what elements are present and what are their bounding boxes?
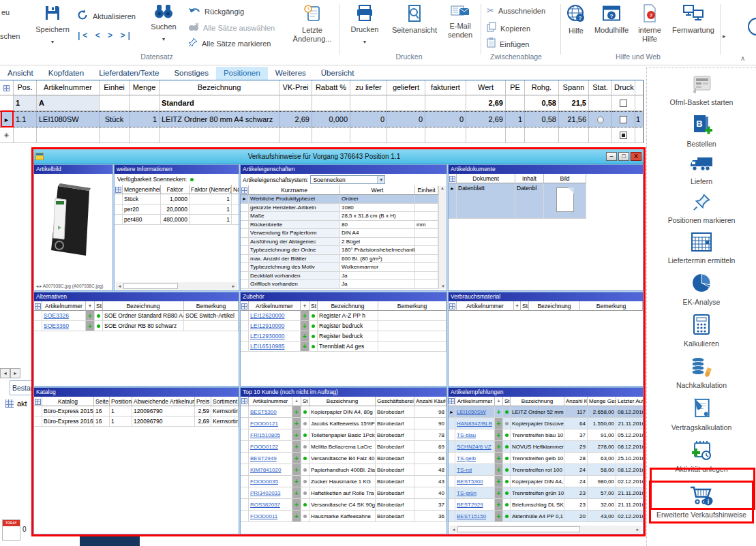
article-link[interactable]: BEST5300 xyxy=(250,409,277,415)
add-icon[interactable] xyxy=(292,453,301,464)
system-select[interactable]: Soennecken▾ xyxy=(310,175,385,184)
add-icon[interactable] xyxy=(495,441,503,453)
top10-row[interactable]: FRI1510805 Toilettenpapier Basic 1Pck Bü… xyxy=(241,429,447,441)
zubehoer-row[interactable]: LEI16510985 Trennblatt A4 ges xyxy=(241,342,447,352)
tab[interactable]: Ansicht xyxy=(0,67,41,80)
send-email-button[interactable]: E-Mail senden xyxy=(442,4,479,39)
column-header[interactable]: Menge xyxy=(130,80,160,95)
column-header[interactable]: geliefert xyxy=(387,80,425,95)
empfehlung-row[interactable]: TS-blau Trennstreifen blau 10 37 91,00 0… xyxy=(449,429,644,441)
top10-row[interactable]: FOOD0121 Jacobs Kaffeeweiss 15%F Bürobed… xyxy=(241,418,447,429)
tab[interactable]: Weiteres xyxy=(268,67,314,80)
add-icon[interactable] xyxy=(301,331,309,342)
add-icon[interactable] xyxy=(292,499,301,511)
article-link[interactable]: TS-blau xyxy=(457,432,476,438)
copy-button[interactable]: Kopieren xyxy=(487,22,530,35)
eigenschaft-row[interactable]: Verwendung für Papierform DIN A4 xyxy=(241,229,438,238)
zubehoer-row[interactable]: LEI12910000 Register bedruck xyxy=(241,321,447,331)
internal-help-button[interactable]: ? interne Hilfe xyxy=(634,4,665,43)
article-link[interactable]: LEI12620000 xyxy=(250,312,285,319)
article-link[interactable]: TS-grün xyxy=(457,490,477,496)
add-icon[interactable] xyxy=(301,342,309,352)
alternative-row[interactable]: SOE3360 SOE Ordner RB 80 schwarz xyxy=(34,321,239,331)
akt-row[interactable]: akt xyxy=(5,399,27,408)
article-link[interactable]: PRI3402033 xyxy=(250,490,280,496)
eigenschaft-row[interactable]: max. Anzahl der Blätter 600 Bl. (80 g/m²… xyxy=(241,255,438,264)
zubehoer-row[interactable]: LEI12930000 Register bedruck xyxy=(241,331,447,342)
overflow-arrow-icon[interactable]: ▸ xyxy=(723,33,726,40)
image-caption[interactable]: ◂ ▸ A007938C.jpg (A007938C.jpg) xyxy=(36,284,103,289)
add-icon[interactable] xyxy=(86,321,95,331)
sidebar-item-liefertermin[interactable]: Liefertermin ermitteln xyxy=(648,232,755,264)
tab[interactable]: Kopfdaten xyxy=(41,67,91,80)
empfehlung-row[interactable]: BEST2929 Briefumschlag DL SK 23 32,00 21… xyxy=(449,499,644,511)
today-calendar-icon[interactable]: TODAY xyxy=(2,519,20,541)
collapse-ribbon-icon[interactable]: ∧ xyxy=(740,55,745,62)
sidebar-item-vertragskalkulation[interactable]: Vertragskalkulation xyxy=(648,397,755,431)
sidebar-item-ek-analyse[interactable]: EK-Analyse xyxy=(648,272,755,306)
sidebar-item-liefern[interactable]: Liefern xyxy=(648,155,755,185)
horizontal-scrollbar-fragment[interactable]: ◄► xyxy=(0,368,20,378)
column-header[interactable]: fakturiert xyxy=(425,80,466,95)
positions-selected-row[interactable]: 1.1 LEI1080SW Stück 1 LEITZ Ordner 80 mm… xyxy=(0,111,644,127)
article-link[interactable]: BEST2949 xyxy=(250,455,277,461)
mark-all-records-button[interactable]: Alle Sätze markieren xyxy=(188,37,271,50)
top10-row[interactable]: ROS382057 Versandtasche C4 SK 90g Bürobe… xyxy=(241,499,447,511)
empfehlung-row[interactable]: TS-gelb Trennstreifen gelb 10 28 63,00 2… xyxy=(449,453,644,464)
winfo-row[interactable]: per20 20,0000 1 0 0 xyxy=(115,204,239,215)
column-header[interactable]: zu liefer xyxy=(350,80,387,95)
sidebar-item-erweiterte-verkaufshinweise[interactable]: i Erweiterte Verkaufshinweise xyxy=(649,481,754,524)
article-link[interactable]: SOE3360 xyxy=(44,322,69,329)
bestand-tab[interactable]: Bestan xyxy=(10,380,32,395)
save-button[interactable]: Speichern xyxy=(31,4,74,46)
column-header[interactable]: Bezeichnung xyxy=(160,80,279,95)
column-header[interactable]: Pos. xyxy=(14,80,37,95)
add-icon[interactable] xyxy=(301,311,309,321)
horizontal-scrollbar[interactable]: ◄► xyxy=(450,526,641,533)
add-icon[interactable] xyxy=(292,406,301,418)
close-button[interactable]: X xyxy=(631,152,641,161)
sidebar-item-kalkulieren[interactable]: Kalkulieren xyxy=(648,314,755,348)
print-preview-button[interactable]: Seitenansicht xyxy=(387,4,442,34)
article-link[interactable]: FRI1510805 xyxy=(250,432,280,438)
article-link[interactable]: LEI12930000 xyxy=(250,333,285,339)
help-button[interactable]: ? Hilfe xyxy=(563,4,589,35)
article-link[interactable]: TS-gelb xyxy=(457,455,476,461)
dialog-titlebar[interactable]: Verkaufshinweise für Vorgang 376643 Posi… xyxy=(33,149,644,164)
top10-row[interactable]: BEST2949 Versandtasche B4 Falz 40 Bürobe… xyxy=(241,453,447,464)
add-icon[interactable] xyxy=(495,418,503,429)
article-link[interactable]: SCHN24/6 VZ xyxy=(457,444,492,450)
article-link[interactable]: ROS382057 xyxy=(250,502,280,508)
empfehlung-row[interactable]: HAN8342/BLB Kopierpapier Discove 64 1.55… xyxy=(449,418,644,429)
add-icon[interactable] xyxy=(292,476,301,487)
article-link[interactable]: FOOD0121 xyxy=(250,421,278,427)
scroll-left-icon[interactable]: ◄ xyxy=(450,528,457,532)
empfehlung-row[interactable]: BEST15150 Aktenhülle A4 PP 0,1 20 43,00 … xyxy=(449,511,644,522)
top10-row[interactable]: FOOD0011 Hausmarke Kaffeesahne Bürobedar… xyxy=(241,511,447,522)
add-icon[interactable] xyxy=(495,499,503,511)
add-icon[interactable] xyxy=(495,453,503,464)
column-header[interactable]: Rabatt % xyxy=(312,80,350,95)
eigenschaft-row[interactable]: Rückenbreite 80 mm xyxy=(241,221,438,230)
empfehlung-row[interactable]: TS-rot Trennstreifen rot 100 24 58,00 08… xyxy=(449,464,644,476)
article-link[interactable]: SOE3326 xyxy=(44,312,69,319)
scroll-left-icon[interactable]: ◄ xyxy=(116,284,123,288)
article-link[interactable]: FOOD0035 xyxy=(250,479,278,485)
column-header[interactable]: Rohg. xyxy=(525,80,559,95)
empfehlung-row[interactable]: SCHN24/6 VZ NOVUS Heftklammer 29 278,00 … xyxy=(449,441,644,453)
column-header[interactable]: Druck xyxy=(612,80,635,95)
article-link[interactable]: BEST2929 xyxy=(457,502,483,508)
tab[interactable]: Übersicht xyxy=(314,67,362,80)
print-checkbox[interactable] xyxy=(620,100,627,107)
maximize-button[interactable]: □ xyxy=(618,152,629,161)
scroll-thumb[interactable] xyxy=(457,526,580,532)
add-icon[interactable] xyxy=(301,321,309,331)
column-header[interactable]: Wert xyxy=(466,80,506,95)
article-link[interactable]: TS-rot xyxy=(457,467,472,473)
add-icon[interactable] xyxy=(495,429,503,441)
record-navigation-arrows[interactable]: |< < > >| xyxy=(78,31,133,40)
article-link[interactable]: BEST15150 xyxy=(457,513,486,519)
vertical-scrollbar[interactable]: ▲▼ xyxy=(438,186,446,289)
tab[interactable]: Lieferdaten/Texte xyxy=(91,67,166,80)
print-button[interactable]: Drucken xyxy=(345,4,384,46)
